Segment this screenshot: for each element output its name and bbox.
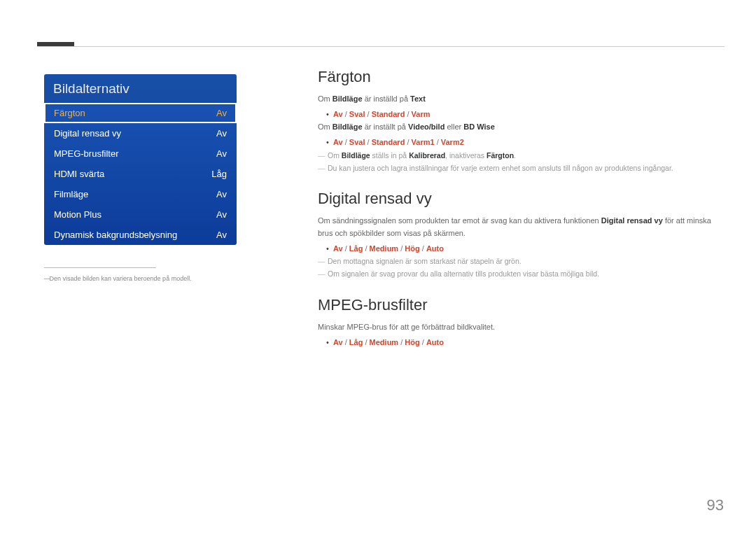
page-number: 93: [707, 496, 724, 514]
note: Om signalen är svag provar du alla alter…: [318, 268, 724, 281]
menu-item-value: Av: [216, 230, 227, 240]
menu-box: Bildalternativ Färgton Av Digital rensad…: [44, 74, 237, 245]
footnote: Den visade bilden kan variera beroende p…: [44, 275, 237, 282]
menu-item-motion-plus[interactable]: Motion Plus Av: [44, 204, 237, 225]
menu-item-label: Motion Plus: [54, 209, 102, 220]
section-mpeg-brusfilter: MPEG-brusfilter Minskar MPEG-brus för at…: [318, 296, 724, 349]
menu-item-label: Digital rensad vy: [54, 128, 121, 139]
menu-item-value: Av: [216, 209, 227, 220]
heading-digital: Digital rensad vy: [318, 190, 724, 208]
menu-item-dynamisk-bakgrundsbelysning[interactable]: Dynamisk bakgrundsbelysning Av: [44, 225, 237, 245]
menu-item-label: Färgton: [54, 108, 85, 118]
text-line: Om sändningssignalen som produkten tar e…: [318, 215, 724, 239]
option-list: Av / Sval / Standard / Varm: [318, 108, 724, 122]
menu-title: Bildalternativ: [44, 74, 237, 103]
menu-item-filmlage[interactable]: Filmläge Av: [44, 184, 237, 204]
menu-item-hdmi-svarta[interactable]: HDMI svärta Låg: [44, 164, 237, 184]
option-list: Av / Låg / Medium / Hög / Auto: [318, 242, 724, 256]
note: Den mottagna signalen är som starkast nä…: [318, 255, 724, 268]
text-line: Minskar MPEG-brus för att ge förbättrad …: [318, 321, 724, 334]
content: Färgton Om Bildläge är inställd på Text …: [318, 68, 724, 350]
side-panel: Bildalternativ Färgton Av Digital rensad…: [44, 74, 237, 282]
section-digital-rensad-vy: Digital rensad vy Om sändningssignalen s…: [318, 190, 724, 281]
menu-item-digital-rensad-vy[interactable]: Digital rensad vy Av: [44, 123, 237, 143]
note: Om Bildläge ställs in på Kalibrerad, ina…: [318, 150, 724, 162]
heading-mpeg: MPEG-brusfilter: [318, 296, 724, 314]
menu-item-label: Filmläge: [54, 189, 88, 199]
option-list: Av / Sval / Standard / Varm1 / Varm2: [318, 136, 724, 150]
menu-item-value: Av: [216, 128, 227, 139]
header-rule: [37, 46, 724, 47]
section-fargton: Färgton Om Bildläge är inställd på Text …: [318, 68, 724, 174]
note: Du kan justera och lagra inställningar f…: [318, 162, 724, 175]
option-list: Av / Låg / Medium / Hög / Auto: [318, 336, 724, 350]
menu-item-value: Låg: [211, 169, 227, 179]
divider: [44, 267, 156, 268]
heading-fargton: Färgton: [318, 68, 724, 86]
menu-item-label: MPEG-brusfilter: [54, 148, 118, 159]
menu-item-fargton[interactable]: Färgton Av: [44, 103, 237, 123]
menu-item-value: Av: [216, 108, 227, 118]
text-line: Om Bildläge är inställt på Video/bild el…: [318, 121, 724, 134]
text-line: Om Bildläge är inställd på Text: [318, 93, 724, 106]
menu-item-value: Av: [216, 189, 227, 199]
menu-item-label: HDMI svärta: [54, 169, 104, 179]
menu-item-label: Dynamisk bakgrundsbelysning: [54, 230, 177, 240]
menu-item-mpeg-brusfilter[interactable]: MPEG-brusfilter Av: [44, 143, 237, 164]
menu-item-value: Av: [216, 148, 227, 159]
